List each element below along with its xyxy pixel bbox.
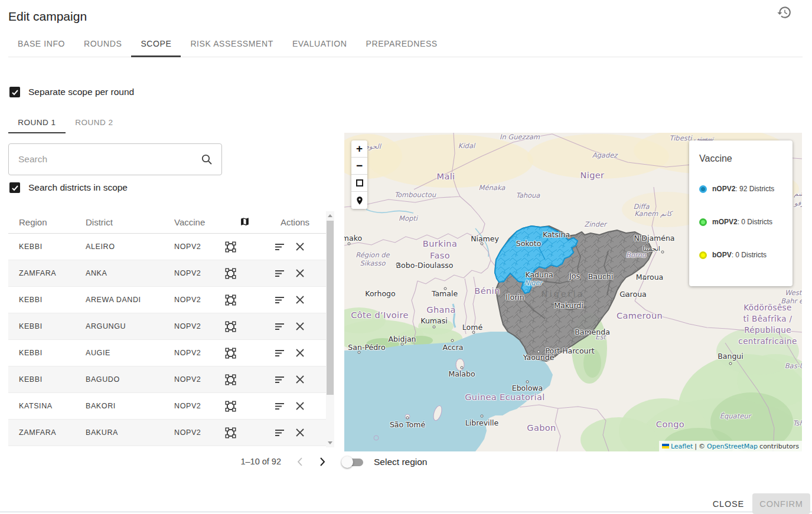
city-dot xyxy=(401,343,404,346)
scrollbar-thumb[interactable] xyxy=(327,221,334,395)
map-label: Bénin xyxy=(474,285,500,297)
sort-icon[interactable] xyxy=(275,428,285,437)
polygon-select-icon[interactable] xyxy=(225,427,236,438)
scrollbar-up-arrow[interactable] xyxy=(326,211,334,220)
map-label: Wester Bahr el G xyxy=(781,289,802,305)
tab-risk-assessment[interactable]: RISK ASSESSMENT xyxy=(181,31,282,57)
map-label: Kumasi xyxy=(420,316,447,325)
zoom-in-icon[interactable]: + xyxy=(351,140,367,158)
close-button[interactable]: CLOSE xyxy=(708,495,749,513)
tab-round-2[interactable]: ROUND 2 xyxy=(66,111,123,133)
search-input[interactable] xyxy=(18,154,201,165)
map-label: Mopti xyxy=(399,214,418,222)
table-row[interactable]: KATSINABAKORINOPV2 xyxy=(8,393,326,420)
table-row[interactable]: KEBBIAUGIENOPV2 xyxy=(8,340,326,366)
edit-campaign-dialog: Edit campaign BASE INFOROUNDSSCOPERISK A… xyxy=(0,0,812,514)
tab-scope[interactable]: SCOPE xyxy=(131,31,181,57)
leaflet-map[interactable]: MaliNigerBurkina FasoBéninGhanaCôte d’Iv… xyxy=(344,133,802,451)
vaccine-cell: NOPV2 xyxy=(164,269,225,277)
polygon-select-icon[interactable] xyxy=(225,321,236,332)
map-label: São Tomé xyxy=(390,420,425,429)
sort-icon[interactable] xyxy=(275,243,285,251)
remove-icon[interactable] xyxy=(295,322,305,331)
sort-icon[interactable] xyxy=(275,375,285,384)
polygon-select-icon[interactable] xyxy=(225,374,236,385)
district-cell: BAGUDO xyxy=(75,375,164,384)
page-title: Edit campaign xyxy=(8,9,87,24)
search-scope-checkbox[interactable] xyxy=(9,182,20,193)
map-label: Agadez xyxy=(592,151,618,159)
tab-round-1[interactable]: ROUND 1 xyxy=(8,111,66,133)
sort-icon[interactable] xyxy=(275,349,285,358)
table-row[interactable]: KEBBIALEIRONOPV2 xyxy=(8,234,326,260)
history-icon xyxy=(777,5,792,20)
confirm-button[interactable]: CONFIRM xyxy=(752,493,810,514)
round-tabs: ROUND 1ROUND 2 xyxy=(8,111,123,133)
column-header-district[interactable]: District xyxy=(75,217,164,227)
sort-icon[interactable] xyxy=(275,269,285,278)
select-region-label: Select region xyxy=(374,457,427,467)
tab-base-info[interactable]: BASE INFO xyxy=(8,31,74,57)
box-zoom-icon[interactable] xyxy=(351,175,367,192)
table-scrollbar[interactable] xyxy=(326,211,334,447)
sort-icon[interactable] xyxy=(275,322,285,331)
remove-icon[interactable] xyxy=(295,295,305,305)
table-row[interactable]: ZAMFARAANKANOPV2 xyxy=(8,260,326,287)
vaccine-cell: NOPV2 xyxy=(164,375,225,384)
remove-icon[interactable] xyxy=(295,242,305,251)
map-label: Bas-Ue xyxy=(785,362,802,370)
map-label: Ménaka xyxy=(479,184,506,192)
column-header-actions[interactable]: Actions xyxy=(264,217,326,227)
map-label: Bauchi xyxy=(588,272,613,281)
main-tabs: BASE INFOROUNDSSCOPERISK ASSESSMENTEVALU… xyxy=(8,31,803,57)
remove-icon[interactable] xyxy=(295,428,305,437)
polygon-select-icon[interactable] xyxy=(225,348,236,359)
select-region-row: Select region xyxy=(341,456,427,469)
table-row[interactable]: ZAMFARABAKURANOPV2 xyxy=(8,420,326,446)
remove-icon[interactable] xyxy=(295,348,305,358)
zoom-out-icon[interactable]: − xyxy=(351,158,367,175)
map-label: Guinea Ecuatorial xyxy=(465,391,545,403)
scrollbar-down-arrow[interactable] xyxy=(326,438,334,447)
column-header-vaccine[interactable]: Vaccine xyxy=(164,217,225,227)
district-cell: ANKA xyxy=(75,269,164,277)
column-header-region[interactable]: Region xyxy=(8,217,75,227)
city-dot xyxy=(624,294,627,297)
map-label: Lomé xyxy=(462,323,482,332)
polygon-select-icon[interactable] xyxy=(225,401,236,412)
chevron-left-icon[interactable] xyxy=(296,457,304,467)
polygon-select-icon[interactable] xyxy=(225,241,236,253)
map-label: Côte d’Ivoire xyxy=(351,309,409,321)
remove-icon[interactable] xyxy=(295,401,305,411)
city-dot xyxy=(644,276,647,279)
polygon-select-icon[interactable] xyxy=(225,268,236,279)
chevron-right-icon[interactable] xyxy=(319,457,326,467)
city-dot xyxy=(472,331,475,334)
legend-item-mopv2: mOPV2: 0 Districts xyxy=(699,218,772,226)
ukraine-flag-icon xyxy=(662,444,669,448)
city-dot xyxy=(461,366,464,369)
history-icon[interactable] xyxy=(775,4,793,22)
sort-icon[interactable] xyxy=(275,296,285,305)
select-region-toggle[interactable] xyxy=(341,456,366,469)
separate-scope-checkbox[interactable] xyxy=(9,87,20,97)
tab-rounds[interactable]: ROUNDS xyxy=(74,31,131,57)
osm-link[interactable]: OpenStreetMap xyxy=(707,443,758,450)
vaccine-cell: NOPV2 xyxy=(164,428,225,437)
map-label: Maroua xyxy=(636,273,664,281)
table-row[interactable]: KEBBIARGUNGUNOPV2 xyxy=(8,313,326,340)
table-row[interactable]: KEBBIBAGUDONOPV2 xyxy=(8,366,326,393)
leaflet-link[interactable]: Leaflet xyxy=(671,443,693,450)
table-row[interactable]: KEBBIAREWA DANDINOPV2 xyxy=(8,287,326,313)
locate-icon[interactable] xyxy=(351,192,367,209)
remove-icon[interactable] xyxy=(295,269,305,278)
pagination: 1–10 of 92 xyxy=(8,450,334,473)
city-dot xyxy=(358,351,361,354)
tab-preparedness[interactable]: PREPAREDNESS xyxy=(357,31,447,57)
district-cell: ARGUNGU xyxy=(75,322,164,330)
tab-evaluation[interactable]: EVALUATION xyxy=(283,31,357,57)
remove-icon[interactable] xyxy=(295,375,305,384)
polygon-select-icon[interactable] xyxy=(225,294,236,306)
sort-icon[interactable] xyxy=(275,402,285,411)
district-cell: BAKURA xyxy=(75,428,164,437)
